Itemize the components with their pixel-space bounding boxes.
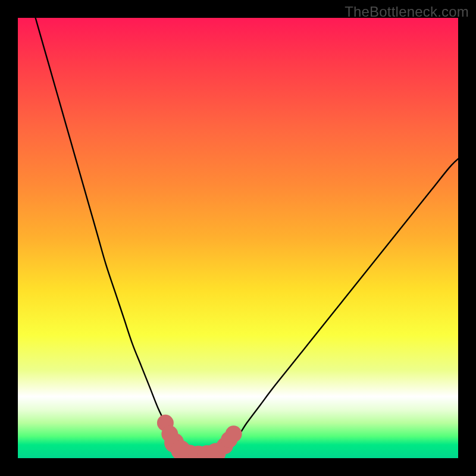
curve-right	[220, 159, 458, 454]
marker-point	[226, 425, 242, 442]
chart-frame: TheBottleneck.com	[0, 0, 476, 476]
watermark-label: TheBottleneck.com	[345, 4, 469, 20]
bottleneck-markers	[157, 415, 242, 458]
curve-svg	[18, 18, 458, 458]
plot-area	[18, 18, 458, 458]
curve-left	[36, 18, 186, 455]
